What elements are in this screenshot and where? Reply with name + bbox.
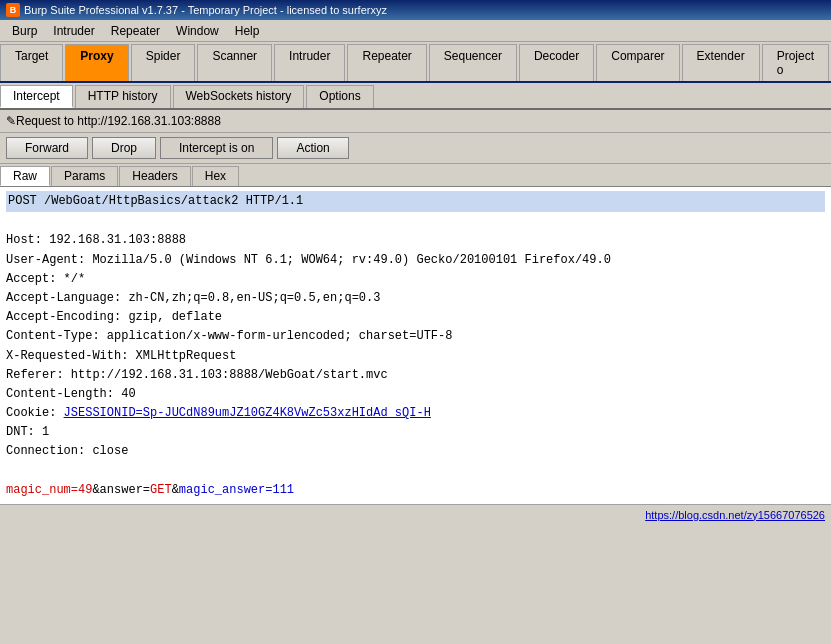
header-host: Host: 192.168.31.103:8888 (6, 233, 186, 247)
content-tab-hex[interactable]: Hex (192, 166, 239, 186)
request-info-icon: ✎ (6, 114, 16, 128)
title-text: Burp Suite Professional v1.7.37 - Tempor… (24, 4, 387, 16)
cookie-value: JSESSIONID=Sp-JUCdN89umJZ10GZ4K8VwZc53xz… (64, 406, 431, 420)
post-answer: GET (150, 483, 172, 497)
main-tab-bar: Target Proxy Spider Scanner Intruder Rep… (0, 42, 831, 83)
header-referer: Referer: http://192.168.31.103:8888/WebG… (6, 368, 388, 382)
drop-button[interactable]: Drop (92, 137, 156, 159)
request-info-text: Request to http://192.168.31.103:8888 (16, 114, 221, 128)
header-dnt: DNT: 1 (6, 425, 49, 439)
post-magic-num: magic_num=49 (6, 483, 92, 497)
header-accept: Accept: */* (6, 272, 85, 286)
content-tab-raw[interactable]: Raw (0, 166, 50, 186)
http-request-line: POST /WebGoat/HttpBasics/attack2 HTTP/1.… (6, 191, 825, 212)
header-content-type: Content-Type: application/x-www-form-url… (6, 329, 452, 343)
tab-comparer[interactable]: Comparer (596, 44, 679, 81)
tab-repeater[interactable]: Repeater (347, 44, 426, 81)
tab-proxy[interactable]: Proxy (65, 44, 128, 81)
header-accept-encoding: Accept-Encoding: gzip, deflate (6, 310, 222, 324)
tab-target[interactable]: Target (0, 44, 63, 81)
header-accept-language: Accept-Language: zh-CN,zh;q=0.8,en-US;q=… (6, 291, 380, 305)
tab-sequencer[interactable]: Sequencer (429, 44, 517, 81)
menu-bar: Burp Intruder Repeater Window Help (0, 20, 831, 42)
status-url[interactable]: https://blog.csdn.net/zy15667076526 (645, 509, 825, 521)
post-ampersand2: & (172, 483, 179, 497)
tab-scanner[interactable]: Scanner (197, 44, 272, 81)
header-connection: Connection: close (6, 444, 128, 458)
header-user-agent: User-Agent: Mozilla/5.0 (Windows NT 6.1;… (6, 253, 611, 267)
request-info-bar: ✎ Request to http://192.168.31.103:8888 (0, 110, 831, 133)
post-magic-answer: magic_answer=111 (179, 483, 294, 497)
content-tab-params[interactable]: Params (51, 166, 118, 186)
tab-spider[interactable]: Spider (131, 44, 196, 81)
menu-help[interactable]: Help (227, 22, 268, 40)
forward-button[interactable]: Forward (6, 137, 88, 159)
status-bar: https://blog.csdn.net/zy15667076526 (0, 504, 831, 524)
app-icon: B (6, 3, 20, 17)
title-bar: B Burp Suite Professional v1.7.37 - Temp… (0, 0, 831, 20)
menu-intruder[interactable]: Intruder (45, 22, 102, 40)
tab-intruder[interactable]: Intruder (274, 44, 345, 81)
subtab-websockets-history[interactable]: WebSockets history (173, 85, 305, 108)
header-content-length: Content-Length: 40 (6, 387, 136, 401)
tab-project[interactable]: Project o (762, 44, 829, 81)
action-button[interactable]: Action (277, 137, 348, 159)
intercept-toggle-button[interactable]: Intercept is on (160, 137, 273, 159)
subtab-options[interactable]: Options (306, 85, 373, 108)
subtab-intercept[interactable]: Intercept (0, 85, 73, 108)
header-x-requested-with: X-Requested-With: XMLHttpRequest (6, 349, 236, 363)
post-ampersand1: &answer= (92, 483, 150, 497)
http-content-area[interactable]: POST /WebGoat/HttpBasics/attack2 HTTP/1.… (0, 187, 831, 504)
tab-decoder[interactable]: Decoder (519, 44, 594, 81)
subtab-http-history[interactable]: HTTP history (75, 85, 171, 108)
post-data: magic_num=49&answer=GET&magic_answer=111 (6, 483, 294, 497)
toolbar: Forward Drop Intercept is on Action (0, 133, 831, 164)
menu-repeater[interactable]: Repeater (103, 22, 168, 40)
header-cookie-prefix: Cookie: (6, 406, 64, 420)
sub-tab-bar: Intercept HTTP history WebSockets histor… (0, 83, 831, 110)
menu-burp[interactable]: Burp (4, 22, 45, 40)
tab-extender[interactable]: Extender (682, 44, 760, 81)
menu-window[interactable]: Window (168, 22, 227, 40)
content-tab-headers[interactable]: Headers (119, 166, 190, 186)
content-tab-bar: Raw Params Headers Hex (0, 164, 831, 187)
